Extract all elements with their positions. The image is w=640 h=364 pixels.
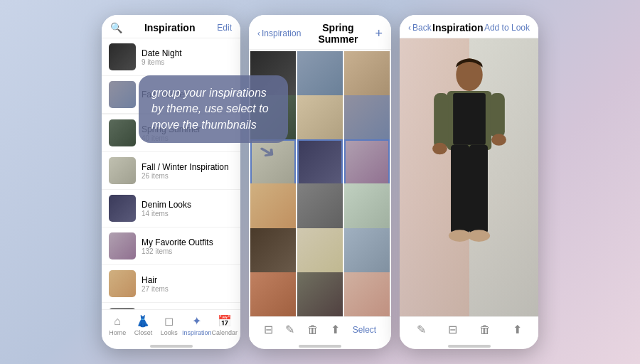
- trash-icon[interactable]: 🗑: [479, 323, 491, 336]
- list-count: 26 items: [142, 172, 233, 180]
- grid-thumb[interactable]: [344, 228, 390, 274]
- list-thumb-date-night: [109, 43, 136, 70]
- chevron-left-icon: ‹: [257, 28, 260, 38]
- grid-thumb[interactable]: [297, 183, 343, 229]
- add-button[interactable]: +: [375, 26, 383, 41]
- phone-spring-summer: ‹ Inspiration Spring Summer +: [249, 15, 391, 349]
- inspiration-icon: ✦: [192, 314, 201, 328]
- list-thumb-fall-winter: [109, 81, 136, 108]
- back-button[interactable]: ‹ Back: [408, 23, 432, 33]
- trash-icon[interactable]: 🗑: [307, 323, 319, 336]
- svg-point-8: [491, 134, 506, 146]
- full-image-view: [400, 38, 538, 316]
- phone3-toolbar: ✎ ⊟ 🗑 ⬆: [400, 316, 538, 342]
- edit-icon[interactable]: ✎: [417, 323, 426, 336]
- phone2-title: Spring Summer: [301, 22, 375, 45]
- grid-thumb[interactable]: [297, 51, 343, 97]
- phone-full-view: ‹ Back Inspiration Add to Look: [400, 15, 538, 349]
- share-icon[interactable]: ⬆: [331, 323, 340, 336]
- grid-thumb-selected[interactable]: [297, 139, 343, 185]
- back-label: Inspiration: [262, 28, 301, 38]
- svg-point-7: [432, 142, 447, 154]
- folder-icon[interactable]: ⊟: [448, 323, 457, 336]
- list-info: My Favorite Outfits 132 items: [142, 237, 233, 255]
- back-to-inspiration[interactable]: ‹ Inspiration: [257, 28, 301, 38]
- grid-thumb[interactable]: [297, 95, 343, 141]
- home-indicator: [150, 345, 193, 348]
- tooltip-bubble: group your inspirations by theme, use se…: [139, 75, 288, 143]
- svg-rect-4: [453, 93, 486, 145]
- list-item[interactable]: Fall / Winter Inspiration 26 items: [102, 152, 240, 190]
- list-item[interactable]: Denim Looks 14 items: [102, 190, 240, 228]
- phone1-header: 🔍 Inspiration Edit: [102, 15, 240, 38]
- back-label: Back: [412, 23, 432, 33]
- list-count: 9 items: [142, 58, 233, 66]
- list-info: Fall / Winter Inspiration 26 items: [142, 162, 233, 180]
- grid-thumb[interactable]: [250, 272, 296, 316]
- search-icon[interactable]: 🔍: [110, 22, 122, 33]
- svg-rect-2: [451, 144, 469, 233]
- phone2-header: ‹ Inspiration Spring Summer +: [249, 15, 391, 50]
- edit-button[interactable]: Edit: [217, 23, 232, 33]
- grid-thumb[interactable]: [344, 272, 390, 316]
- looks-icon: ◻: [164, 314, 174, 328]
- chevron-left-icon: ‹: [408, 23, 411, 33]
- list-count: 27 items: [142, 285, 233, 293]
- nav-calendar[interactable]: 📅 Calendar: [211, 314, 238, 336]
- list-name: Denim Looks: [142, 200, 233, 210]
- list-info: Denim Looks 14 items: [142, 200, 233, 218]
- select-button[interactable]: Select: [353, 325, 376, 335]
- person-svg: [414, 53, 525, 289]
- svg-rect-5: [434, 93, 449, 149]
- grid-thumb[interactable]: [297, 272, 343, 316]
- list-item[interactable]: Hair 27 items: [102, 265, 240, 303]
- home-indicator: [448, 345, 491, 348]
- list-count: 14 items: [142, 210, 233, 218]
- list-thumb-denim: [109, 195, 136, 222]
- list-item[interactable]: My Favorite Outfits 132 items: [102, 228, 240, 265]
- nav-closet[interactable]: 👗 Closet: [130, 314, 156, 336]
- calendar-icon: 📅: [218, 314, 232, 328]
- grid-thumb[interactable]: [250, 228, 296, 274]
- grid-thumb[interactable]: [344, 51, 390, 97]
- folder-icon[interactable]: ⊟: [264, 323, 273, 336]
- list-thumb-hair: [109, 270, 136, 297]
- home-indicator: [299, 345, 341, 348]
- nav-looks-label: Looks: [161, 329, 178, 336]
- svg-point-9: [448, 230, 470, 242]
- nav-looks[interactable]: ◻ Looks: [156, 314, 182, 336]
- share-icon[interactable]: ⬆: [513, 323, 522, 336]
- list-name: Date Night: [142, 48, 233, 58]
- phone-inspiration-list: 🔍 Inspiration Edit Date Night 9 items: [102, 15, 240, 349]
- nav-inspiration-label: Inspiration: [182, 329, 212, 336]
- grid-thumb[interactable]: [250, 183, 296, 229]
- svg-rect-3: [469, 144, 488, 233]
- phone2-toolbar: ⊟ ✎ 🗑 ⬆ Select: [249, 316, 391, 342]
- list-item[interactable]: Date Night 9 items: [102, 38, 240, 76]
- list-thumb-fall-winter-inspiration: [109, 157, 136, 184]
- svg-point-10: [467, 230, 489, 242]
- phone3-title: Inspiration: [432, 22, 484, 33]
- list-thumb-spring-summer: [109, 119, 136, 146]
- list-name: Hair: [142, 275, 233, 285]
- list-info: Hair 27 items: [142, 275, 233, 293]
- grid-thumb[interactable]: [344, 183, 390, 229]
- grid-thumb[interactable]: [344, 95, 390, 141]
- add-to-look-button[interactable]: Add to Look: [484, 23, 530, 33]
- phones-container: group your inspirations by theme, use se…: [95, 8, 545, 356]
- list-info: Date Night 9 items: [142, 48, 233, 66]
- nav-home-label: Home: [109, 329, 126, 336]
- grid-thumb[interactable]: [297, 228, 343, 274]
- closet-icon: 👗: [136, 314, 150, 328]
- phone1-title: Inspiration: [144, 22, 196, 33]
- list-thumb-my-fav: [109, 232, 136, 259]
- nav-inspiration[interactable]: ✦ Inspiration: [182, 314, 212, 336]
- nav-calendar-label: Calendar: [211, 329, 238, 336]
- list-item[interactable]: Haircut/Makeup 60 items: [102, 303, 240, 309]
- list-count: 132 items: [142, 247, 233, 255]
- edit-icon[interactable]: ✎: [285, 323, 294, 336]
- phone3-header: ‹ Back Inspiration Add to Look: [400, 15, 538, 38]
- grid-thumb-selected[interactable]: [344, 139, 390, 185]
- list-name: My Favorite Outfits: [142, 237, 233, 247]
- nav-home[interactable]: ⌂ Home: [105, 315, 130, 336]
